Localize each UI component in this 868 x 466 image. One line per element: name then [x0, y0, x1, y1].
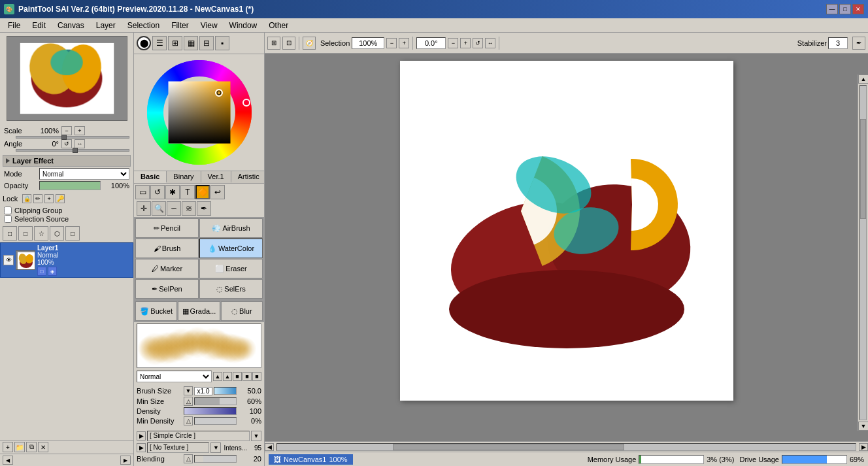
bm-icon-3[interactable]: ■ — [233, 372, 242, 381]
lock-icon-3[interactable]: + — [44, 194, 54, 203]
v-scroll-down[interactable]: ▼ — [858, 422, 868, 431]
lock-icon-2[interactable]: ✏ — [33, 194, 42, 203]
min-density-slider[interactable] — [194, 417, 237, 425]
layer-small-icon-1[interactable]: □ — [37, 267, 46, 276]
color-wheel-container[interactable] — [144, 57, 255, 168]
left-scroll-left[interactable]: ◀ — [3, 456, 13, 465]
tool-pen-icon[interactable]: ✒ — [197, 201, 211, 216]
tool-select-icon[interactable]: ▭ — [135, 185, 150, 199]
tool-smudge-icon[interactable]: ≋ — [182, 201, 196, 216]
angle-slider[interactable] — [16, 149, 129, 152]
angle-input[interactable] — [416, 37, 446, 49]
blending-icon[interactable]: △ — [184, 454, 193, 463]
menu-file[interactable]: File — [3, 20, 25, 31]
canvas-fit-btn[interactable]: ⊞ — [267, 37, 280, 50]
canvas-tab[interactable]: 🖼 NewCanvas1 100% — [269, 454, 353, 465]
tool-undo-icon[interactable]: ↩ — [210, 185, 225, 199]
layer-folder-btn[interactable]: 📁 — [14, 442, 25, 452]
tool-magic-icon[interactable]: ✱ — [165, 185, 180, 199]
tool-gradation[interactable]: ▦ Grada... — [178, 301, 220, 321]
tool-marker[interactable]: 🖊 Marker — [135, 259, 199, 278]
zoom-input[interactable] — [352, 37, 384, 49]
menu-view[interactable]: View — [195, 20, 223, 31]
tool-selpen[interactable]: ✒ SelPen — [135, 279, 199, 299]
bm-icon-5[interactable]: ■ — [252, 372, 261, 381]
tool-selers[interactable]: ◌ SelErs — [199, 279, 263, 299]
tool-icon-palette[interactable]: ▦ — [184, 36, 198, 50]
canvas-zoom-fit-btn[interactable]: ⊡ — [282, 37, 295, 50]
min-size-icon[interactable]: △ — [184, 397, 193, 406]
layer-ctrl-btn-5[interactable]: □ — [65, 226, 80, 241]
selection-source-checkbox[interactable] — [4, 215, 12, 223]
minimize-button[interactable]: — — [826, 4, 838, 14]
blending-slider[interactable] — [194, 455, 237, 463]
menu-canvas[interactable]: Canvas — [52, 20, 90, 31]
canvas-viewport[interactable]: ▲ ▼ — [265, 54, 868, 441]
paper-texture-toggle[interactable]: ▶ — [137, 443, 146, 452]
tool-airbrush[interactable]: 💨 AirBrush — [199, 218, 263, 238]
lock-icon-1[interactable]: 🔒 — [22, 194, 31, 203]
tool-icon-swatch[interactable]: ⊟ — [199, 36, 214, 50]
zoom-minus-btn[interactable]: − — [386, 38, 397, 48]
zoom-plus-btn[interactable]: + — [399, 38, 409, 48]
close-button[interactable]: ✕ — [852, 4, 864, 14]
layer-item[interactable]: 👁 Layer1 Normal 100% □ ◈ — [0, 242, 133, 278]
menu-filter[interactable]: Filter — [166, 20, 194, 31]
layer-visibility-icon[interactable]: 👁 — [3, 255, 14, 265]
tool-rotate-icon[interactable]: ∽ — [167, 201, 181, 216]
left-scroll-right[interactable]: ▶ — [120, 456, 131, 465]
h-scroll-right[interactable]: ▶ — [859, 443, 868, 451]
tool-brush[interactable]: 🖌 Brush — [135, 239, 199, 258]
brush-texture-select-btn[interactable]: ▼ — [251, 431, 261, 441]
tab-ver1[interactable]: Ver.1 — [201, 171, 231, 183]
angle-reset-btn2[interactable]: ↺ — [473, 38, 483, 48]
blend-mode-select[interactable]: Normal Multiply Screen Overlay — [137, 371, 212, 382]
angle-flip-button[interactable]: ↔ — [75, 139, 85, 148]
canvas-nav-icon[interactable]: 🧭 — [303, 37, 316, 50]
h-scroll-left[interactable]: ◀ — [265, 443, 274, 451]
lock-icon-4[interactable]: 🔑 — [56, 194, 65, 203]
tool-text-icon[interactable]: T — [180, 185, 195, 199]
layer-delete-btn[interactable]: ✕ — [38, 442, 48, 452]
menu-window[interactable]: Window — [224, 20, 263, 31]
menu-selection[interactable]: Selection — [122, 20, 165, 31]
mode-select[interactable]: Normal — [39, 168, 129, 180]
color-circle-icon[interactable]: ⬤ — [137, 36, 151, 50]
tab-artistic[interactable]: Artistic — [231, 171, 265, 183]
tab-binary[interactable]: Binary — [167, 171, 201, 183]
v-scroll-up[interactable]: ▲ — [858, 75, 868, 84]
tool-zoom-icon[interactable]: 🔍 — [152, 201, 166, 216]
layer-ctrl-btn-1[interactable]: □ — [3, 226, 17, 241]
brush-texture-toggle[interactable]: ▶ — [137, 431, 146, 441]
bm-icon-4[interactable]: ■ — [242, 372, 252, 381]
angle-plus-btn[interactable]: + — [460, 38, 471, 48]
tool-eraser[interactable]: ⬜ Eraser — [199, 259, 263, 278]
min-size-slider[interactable] — [194, 397, 237, 405]
tool-icon-list[interactable]: ☰ — [152, 36, 167, 50]
bm-icon-2[interactable]: ▲ — [223, 372, 232, 381]
v-scroll-track[interactable] — [860, 85, 867, 420]
layer-copy-btn[interactable]: ⧉ — [26, 442, 37, 452]
angle-minus-btn[interactable]: − — [448, 38, 458, 48]
stabilizer-input[interactable] — [828, 37, 848, 49]
tool-icon-grid[interactable]: ⊞ — [168, 36, 182, 50]
pen-pressure-btn[interactable]: ✒ — [852, 37, 865, 50]
angle-flip-btn2[interactable]: ↔ — [485, 38, 495, 48]
menu-edit[interactable]: Edit — [27, 20, 51, 31]
layer-ctrl-btn-2[interactable]: □ — [18, 226, 33, 241]
layer-effect-header[interactable]: Layer Effect — [3, 155, 131, 167]
brush-size-slider[interactable] — [214, 387, 237, 395]
color-wheel-canvas[interactable] — [144, 57, 255, 168]
tool-icon-square[interactable]: ▪ — [215, 36, 229, 50]
scale-plus-button[interactable]: + — [75, 126, 85, 135]
paper-texture-select-btn[interactable]: ▼ — [210, 442, 221, 453]
tool-bucket[interactable]: 🪣 Bucket — [135, 301, 177, 321]
clipping-group-checkbox[interactable] — [4, 207, 12, 214]
tool-move-icon[interactable]: ✛ — [137, 201, 151, 216]
drawing-canvas[interactable] — [400, 61, 733, 401]
scale-slider[interactable] — [16, 136, 129, 139]
menu-other[interactable]: Other — [263, 20, 293, 31]
min-density-icon[interactable]: △ — [184, 416, 193, 425]
layer-ctrl-btn-3[interactable]: ☆ — [34, 226, 48, 241]
layer-add-btn[interactable]: + — [3, 442, 13, 452]
